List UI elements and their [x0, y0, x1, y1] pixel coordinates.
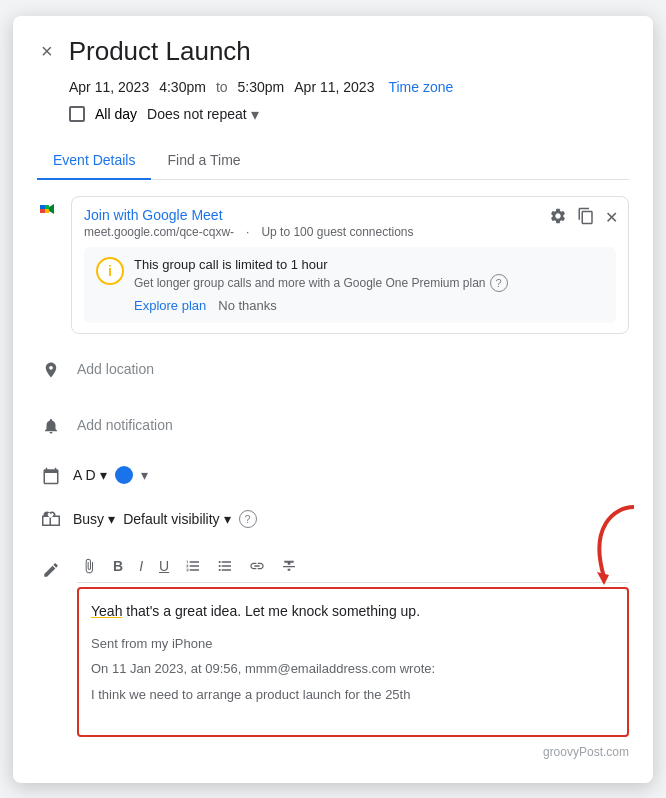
toolbar-unordered-list-button[interactable]	[213, 556, 237, 576]
desc-product-launch: I think we need to arrange a product lau…	[91, 685, 615, 705]
visibility-selector[interactable]: Default visibility ▾	[123, 511, 230, 527]
meet-settings-button[interactable]	[547, 205, 569, 231]
notification-placeholder[interactable]: Add notification	[77, 417, 173, 433]
end-date[interactable]: Apr 11, 2023	[294, 79, 374, 95]
start-time[interactable]: 4:30pm	[159, 79, 206, 95]
repeat-dropdown[interactable]: Does not repeat ▾	[147, 105, 259, 124]
meet-copy-button[interactable]	[575, 205, 597, 231]
toolbar-attachment-button[interactable]	[77, 556, 101, 576]
event-title: Product Launch	[69, 36, 629, 67]
event-dialog: × Product Launch Apr 11, 2023 4:30pm to …	[13, 16, 653, 783]
dialog-header: × Product Launch	[37, 36, 629, 67]
upgrade-title: This group call is limited to 1 hour	[134, 257, 604, 272]
status-row: Busy ▾ Default visibility ▾ ?	[37, 504, 629, 534]
busy-selector[interactable]: Busy ▾	[73, 511, 115, 527]
upgrade-subtitle: Get longer group calls and more with a G…	[134, 274, 604, 292]
toolbar-strikethrough-button[interactable]	[277, 556, 301, 576]
upgrade-icon: i	[96, 257, 124, 285]
meet-capacity: Up to 100 guest connections	[261, 225, 413, 239]
repeat-chevron-icon: ▾	[251, 105, 259, 124]
allday-checkbox[interactable]	[69, 106, 85, 122]
toolbar-link-button[interactable]	[245, 556, 269, 576]
repeat-label: Does not repeat	[147, 106, 247, 122]
description-container: B I U	[77, 550, 629, 737]
status-help-icon[interactable]: ?	[239, 510, 257, 528]
toolbar-bold-button[interactable]: B	[109, 556, 127, 576]
time-separator: to	[216, 79, 228, 95]
tab-event-details[interactable]: Event Details	[37, 144, 151, 180]
upgrade-links: Explore plan No thanks	[134, 298, 604, 313]
start-date[interactable]: Apr 11, 2023	[69, 79, 149, 95]
description-secondary: Sent from my iPhone On 11 Jan 2023, at 0…	[91, 634, 615, 705]
meet-logo-icon	[37, 198, 59, 220]
svg-rect-3	[45, 209, 49, 213]
notification-icon	[37, 412, 65, 440]
description-toolbar: B I U	[77, 550, 629, 583]
location-row: Add location	[37, 348, 629, 390]
meet-card: Join with Google Meet meet.google.com/qc…	[71, 196, 629, 334]
upgrade-text: This group call is limited to 1 hour Get…	[134, 257, 604, 313]
toolbar-underline-button[interactable]: U	[155, 556, 173, 576]
color-chevron-icon: ▾	[141, 467, 148, 483]
allday-row: All day Does not repeat ▾	[69, 105, 629, 124]
meet-remove-button[interactable]: ✕	[603, 206, 620, 229]
visibility-label: Default visibility	[123, 511, 219, 527]
explore-plan-button[interactable]: Explore plan	[134, 298, 206, 313]
watermark: groovyPost.com	[37, 745, 629, 759]
busy-label: Busy	[73, 511, 104, 527]
calendar-selector[interactable]: A D ▾	[73, 467, 107, 483]
meet-url: meet.google.com/qce-cqxw-	[84, 225, 234, 239]
calendar-color-dot[interactable]	[115, 466, 133, 484]
description-icon	[37, 556, 65, 584]
close-button[interactable]: ×	[37, 36, 57, 67]
meet-section: Join with Google Meet meet.google.com/qc…	[37, 196, 629, 334]
meet-url-sep: ·	[246, 225, 249, 239]
timezone-link[interactable]: Time zone	[388, 79, 453, 95]
desc-sent-from: Sent from my iPhone	[91, 634, 615, 654]
desc-on-line: On 11 Jan 2023, at 09:56, mmm@emailaddre…	[91, 659, 615, 679]
desc-main: that's a great idea. Let me knock someth…	[122, 603, 420, 619]
toolbar-ordered-list-button[interactable]	[181, 556, 205, 576]
meet-header: Join with Google Meet	[84, 207, 616, 223]
meet-join-link[interactable]: Join with Google Meet	[84, 207, 223, 223]
help-icon[interactable]: ?	[490, 274, 508, 292]
meet-action-buttons: ✕	[547, 205, 620, 231]
busy-chevron-icon: ▾	[108, 511, 115, 527]
description-text-area[interactable]: Yeah that's a great idea. Let me knock s…	[77, 587, 629, 737]
allday-label: All day	[95, 106, 137, 122]
calendar-row: A D ▾ ▾	[37, 460, 629, 490]
location-placeholder[interactable]: Add location	[77, 361, 154, 377]
svg-rect-4	[45, 205, 49, 209]
end-time[interactable]: 5:30pm	[238, 79, 285, 95]
svg-rect-1	[40, 205, 45, 209]
upgrade-banner: i This group call is limited to 1 hour G…	[84, 247, 616, 323]
description-wrapper: Yeah that's a great idea. Let me knock s…	[77, 587, 629, 737]
tab-find-a-time[interactable]: Find a Time	[151, 144, 256, 180]
notification-row: Add notification	[37, 404, 629, 446]
visibility-chevron-icon: ▾	[224, 511, 231, 527]
location-icon	[37, 356, 65, 384]
datetime-row: Apr 11, 2023 4:30pm to 5:30pm Apr 11, 20…	[69, 79, 629, 95]
description-main-text: Yeah that's a great idea. Let me knock s…	[91, 601, 615, 622]
svg-rect-2	[40, 209, 45, 213]
desc-yeah: Yeah	[91, 603, 122, 619]
calendar-chevron-icon: ▾	[100, 467, 107, 483]
calendar-icon	[37, 462, 65, 490]
calendar-name: A D	[73, 467, 96, 483]
description-section: B I U	[37, 550, 629, 737]
status-icon	[37, 506, 65, 534]
no-thanks-button[interactable]: No thanks	[218, 298, 277, 313]
tabs-bar: Event Details Find a Time	[37, 144, 629, 180]
toolbar-italic-button[interactable]: I	[135, 556, 147, 576]
